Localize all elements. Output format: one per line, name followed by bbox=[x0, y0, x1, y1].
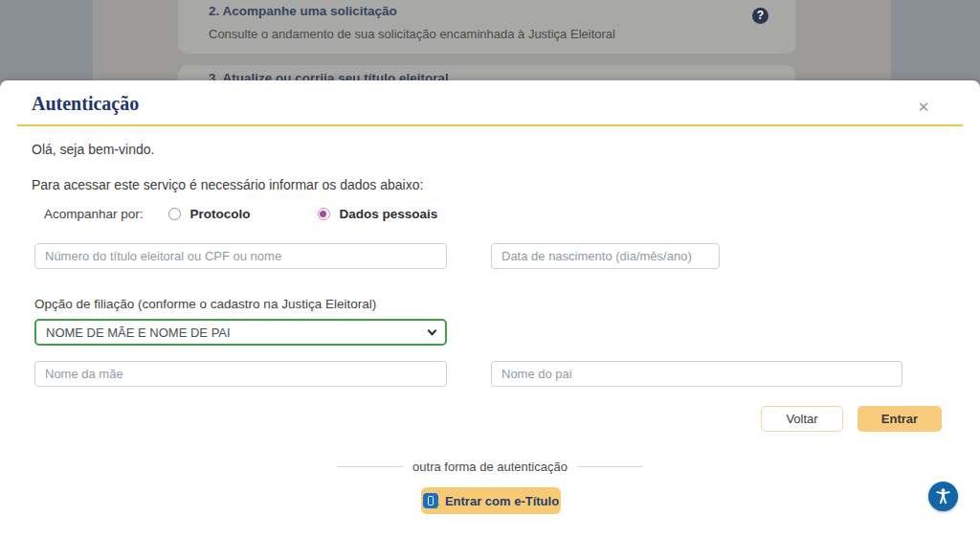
track-by-radio-group: Acompanhar por: Protocolo Dados pessoais bbox=[44, 207, 437, 221]
universal-access-icon bbox=[933, 486, 953, 506]
title-underline bbox=[17, 124, 963, 126]
alt-auth-divider: outra forma de autenticação bbox=[337, 460, 643, 474]
radio-protocolo[interactable]: Protocolo bbox=[168, 207, 251, 221]
modal-title: Autenticação bbox=[32, 93, 139, 115]
radio-protocolo-label: Protocolo bbox=[190, 207, 251, 221]
etitulo-app-icon: ✓ bbox=[423, 493, 438, 508]
radio-dados-pessoais-label: Dados pessoais bbox=[340, 207, 438, 221]
check-icon: ✓ bbox=[434, 503, 440, 511]
track-by-label: Acompanhar por: bbox=[44, 207, 144, 221]
authentication-modal: Autenticação ✕ Olá, seja bem-vindo. Para… bbox=[0, 80, 980, 539]
filiation-select[interactable]: NOME DE MÃE E NOME DE PAI bbox=[34, 319, 447, 346]
etitulo-button-label: Entrar com e-Título bbox=[445, 494, 559, 508]
back-button[interactable]: Voltar bbox=[761, 406, 843, 432]
filiation-label: Opção de filiação (conforme o cadastro n… bbox=[34, 297, 376, 311]
backdrop-left-strip bbox=[0, 0, 93, 86]
radio-selected-icon[interactable] bbox=[318, 208, 330, 220]
instruction-text: Para acessar este serviço é necessário i… bbox=[32, 177, 423, 192]
backdrop-right-strip bbox=[891, 0, 980, 86]
etitulo-login-button[interactable]: ✓ Entrar com e-Título bbox=[421, 487, 561, 514]
radio-dados-pessoais[interactable]: Dados pessoais bbox=[318, 207, 438, 221]
radio-unselected-icon[interactable] bbox=[168, 208, 181, 220]
close-icon[interactable]: ✕ bbox=[912, 96, 935, 119]
alt-auth-divider-text: outra forma de autenticação bbox=[403, 460, 577, 474]
help-icon[interactable]: ? bbox=[752, 8, 768, 24]
service-card-track-request: 2. Acompanhe uma solicitação Consulte o … bbox=[178, 0, 795, 54]
divider-line-right bbox=[577, 466, 643, 467]
document-input[interactable] bbox=[34, 243, 447, 269]
accessibility-widget-button[interactable] bbox=[928, 482, 958, 511]
father-name-input[interactable] bbox=[491, 361, 902, 387]
submit-button[interactable]: Entrar bbox=[858, 406, 942, 432]
greeting-text: Olá, seja bem-vindo. bbox=[32, 142, 154, 157]
dimmed-page-backdrop: 2. Acompanhe uma solicitação Consulte o … bbox=[0, 0, 980, 86]
service-card-title: 2. Acompanhe uma solicitação bbox=[209, 4, 767, 18]
birthdate-input[interactable] bbox=[491, 243, 720, 269]
phone-icon bbox=[428, 496, 434, 505]
filiation-select-wrap: NOME DE MÃE E NOME DE PAI bbox=[34, 319, 447, 346]
mother-name-input[interactable] bbox=[34, 361, 447, 387]
divider-line-left bbox=[337, 466, 403, 467]
service-card-subtitle: Consulte o andamento de sua solicitação … bbox=[209, 27, 767, 41]
